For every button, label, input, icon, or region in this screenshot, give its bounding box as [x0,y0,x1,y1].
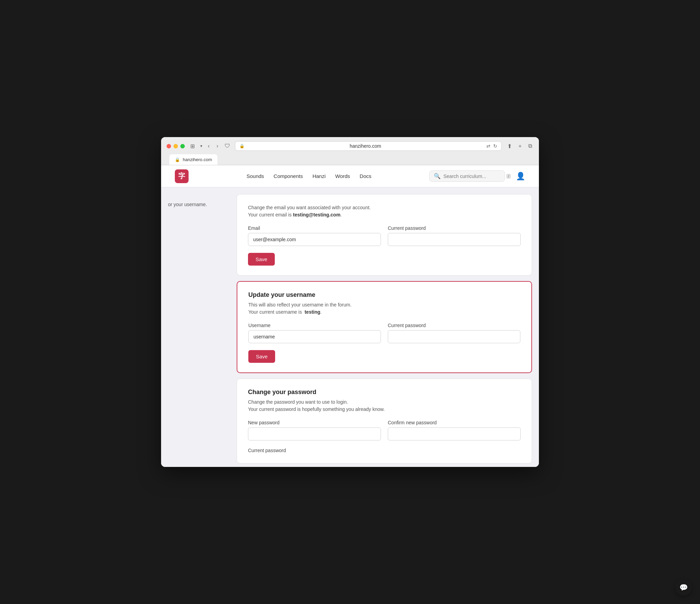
email-input[interactable] [248,233,381,246]
username-current-password-input[interactable] [388,330,520,343]
browser-tab-bar: 🔒 hanzihero.com [167,154,533,165]
search-bar[interactable]: 🔍 / [429,170,505,182]
username-panel-title: Update your username [248,291,520,299]
page-layout: or your username. Change the email you w… [161,187,539,463]
user-menu-button[interactable]: 👤 [516,172,525,181]
lock-icon: 🔒 [239,144,245,148]
password-description: Change the password you want to use to l… [248,399,521,413]
close-button[interactable] [167,144,171,148]
username-label: Username [248,323,381,328]
nav-links: Sounds Components Hanzi Words Docs [200,173,418,179]
maximize-button[interactable] [180,144,185,148]
translate-icon: ⇄ [486,143,490,149]
nav-sounds[interactable]: Sounds [247,173,264,179]
confirm-password-label: Confirm new password [388,420,521,425]
username-group: Username [248,323,381,343]
share-button[interactable]: ⬆ [506,142,513,150]
username-panel: Update your username This will also refl… [237,281,532,373]
current-password-label: Current password [248,448,286,453]
username-form-row: Username Current password [248,323,520,343]
address-bar[interactable]: 🔒 hanzihero.com ⇄ ↻ [235,141,502,151]
password-form-row: New password Confirm new password [248,420,521,440]
minimize-button[interactable] [173,144,178,148]
tab-title: hanzihero.com [183,157,212,162]
email-current-password-input[interactable] [388,233,521,246]
browser-window: ⊞ ▾ ‹ › 🛡 🔒 hanzihero.com ⇄ ↻ ⬆ ＋ ⧉ [161,137,539,467]
chevron-down-icon[interactable]: ▾ [200,144,202,148]
page-content: 字 Sounds Components Hanzi Words Docs 🔍 /… [161,165,539,467]
email-label: Email [248,225,381,231]
search-input[interactable] [443,174,504,179]
username-input[interactable] [248,330,381,343]
nav-hanzi[interactable]: Hanzi [313,173,326,179]
tab-overview-button[interactable]: ⧉ [527,142,533,150]
browser-top-bar: ⊞ ▾ ‹ › 🛡 🔒 hanzihero.com ⇄ ↻ ⬆ ＋ ⧉ [167,141,533,151]
new-password-input[interactable] [248,427,381,440]
username-password-label: Current password [388,323,520,328]
active-tab[interactable]: 🔒 hanzihero.com [169,154,217,165]
nav-docs[interactable]: Docs [360,173,371,179]
email-password-label: Current password [388,225,521,231]
search-icon: 🔍 [434,173,441,179]
email-group: Email [248,225,381,246]
username-save-button[interactable]: Save [248,350,275,363]
sidebar-toggle-button[interactable]: ⊞ [189,142,196,150]
email-form-row: Email Current password [248,225,521,246]
sidebar-partial-text: or your username. [161,194,237,463]
reload-button[interactable]: ↻ [493,143,497,149]
tab-favicon: 🔒 [175,157,180,162]
url-display: hanzihero.com [247,143,484,149]
email-panel: Change the email you want associated wit… [237,194,532,276]
traffic-lights [167,144,185,148]
password-panel-title: Change your password [248,389,521,396]
email-password-group: Current password [388,225,521,246]
navbar: 字 Sounds Components Hanzi Words Docs 🔍 /… [161,165,539,187]
confirm-password-group: Confirm new password [388,420,521,440]
password-panel: Change your password Change the password… [237,379,532,463]
email-save-button[interactable]: Save [248,253,275,266]
new-tab-button[interactable]: ＋ [516,142,524,150]
back-button[interactable]: ‹ [206,142,211,150]
shield-icon: 🛡 [224,143,231,149]
username-description: This will also reflect your username in … [248,301,520,316]
new-password-group: New password [248,420,381,440]
nav-words[interactable]: Words [335,173,350,179]
browser-chrome: ⊞ ▾ ‹ › 🛡 🔒 hanzihero.com ⇄ ↻ ⬆ ＋ ⧉ [161,137,539,165]
email-description: Change the email you want associated wit… [248,204,521,219]
nav-components[interactable]: Components [274,173,303,179]
new-password-label: New password [248,420,381,425]
logo[interactable]: 字 [175,169,189,183]
confirm-password-input[interactable] [388,427,521,440]
forward-button[interactable]: › [215,142,219,150]
browser-actions: ⬆ ＋ ⧉ [506,142,533,150]
main-panels: Change the email you want associated wit… [237,194,539,463]
search-shortcut: / [506,174,511,179]
username-password-group: Current password [388,323,520,343]
